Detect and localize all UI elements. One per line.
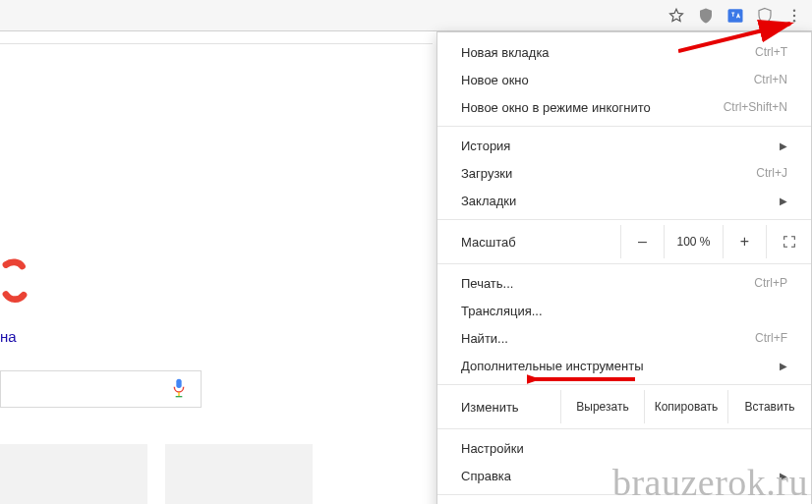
zoom-out-button[interactable]: – bbox=[620, 225, 664, 258]
menu-item-print[interactable]: Печать... Ctrl+P bbox=[437, 269, 811, 297]
chevron-right-icon: ▶ bbox=[780, 196, 787, 206]
menu-separator bbox=[437, 126, 811, 127]
menu-label: Закладки bbox=[461, 194, 780, 208]
menu-item-new-window[interactable]: Новое окно Ctrl+N bbox=[437, 66, 811, 93]
zoom-in-button[interactable]: + bbox=[723, 225, 766, 258]
menu-item-history[interactable]: История ▶ bbox=[437, 132, 811, 159]
menu-item-new-tab[interactable]: Новая вкладка Ctrl+T bbox=[437, 38, 811, 66]
browser-main-menu: Новая вкладка Ctrl+T Новое окно Ctrl+N Н… bbox=[436, 31, 812, 504]
copy-button[interactable]: Копировать bbox=[644, 390, 727, 423]
menu-label: Новое окно bbox=[461, 73, 754, 87]
menu-label: История bbox=[461, 139, 780, 153]
divider bbox=[0, 43, 433, 44]
svg-point-3 bbox=[793, 20, 795, 22]
svg-rect-5 bbox=[178, 392, 179, 396]
search-input[interactable] bbox=[0, 370, 202, 408]
menu-label: Новая вкладка bbox=[461, 45, 755, 60]
shield-outline-icon[interactable] bbox=[755, 6, 775, 26]
menu-item-edit: Изменить Вырезать Копировать Вставить bbox=[437, 390, 811, 423]
menu-label: Новое окно в режиме инкогнито bbox=[461, 100, 724, 115]
most-visited-tiles bbox=[0, 444, 313, 504]
menu-label: Дополнительные инструменты bbox=[461, 359, 780, 373]
svg-point-1 bbox=[793, 9, 795, 11]
edit-label: Изменить bbox=[437, 390, 560, 423]
menu-dots-icon[interactable] bbox=[784, 6, 804, 26]
shield-grey-icon[interactable] bbox=[696, 6, 716, 26]
zoom-value: 100 % bbox=[664, 225, 723, 258]
menu-item-downloads[interactable]: Загрузки Ctrl+J bbox=[437, 159, 811, 187]
tile[interactable] bbox=[0, 444, 147, 504]
menu-shortcut: Ctrl+J bbox=[756, 166, 787, 180]
microphone-icon[interactable] bbox=[171, 377, 187, 402]
translate-icon[interactable] bbox=[725, 6, 745, 26]
menu-separator bbox=[437, 428, 811, 429]
fullscreen-button[interactable] bbox=[766, 225, 811, 258]
svg-rect-0 bbox=[728, 9, 743, 23]
svg-rect-6 bbox=[176, 396, 183, 397]
menu-label: Настройки bbox=[461, 441, 787, 456]
page-caption: на bbox=[0, 328, 17, 345]
chevron-right-icon: ▶ bbox=[780, 140, 787, 151]
menu-shortcut: Ctrl+P bbox=[754, 276, 787, 290]
menu-separator bbox=[437, 263, 811, 264]
menu-item-cast[interactable]: Трансляция... bbox=[437, 297, 811, 324]
menu-label: Загрузки bbox=[461, 166, 756, 181]
menu-separator bbox=[437, 219, 811, 220]
browser-toolbar bbox=[0, 0, 812, 31]
menu-item-settings[interactable]: Настройки bbox=[437, 434, 811, 462]
menu-label: Найти... bbox=[461, 331, 755, 346]
menu-item-more-tools[interactable]: Дополнительные инструменты ▶ bbox=[437, 352, 811, 379]
svg-rect-4 bbox=[176, 378, 181, 387]
watermark: brauzerok.ru bbox=[612, 461, 808, 504]
cut-button[interactable]: Вырезать bbox=[560, 390, 644, 423]
menu-item-incognito[interactable]: Новое окно в режиме инкогнито Ctrl+Shift… bbox=[437, 93, 811, 121]
menu-label: Печать... bbox=[461, 276, 754, 291]
menu-item-bookmarks[interactable]: Закладки ▶ bbox=[437, 187, 811, 214]
menu-shortcut: Ctrl+N bbox=[754, 73, 787, 86]
menu-item-zoom: Масштаб – 100 % + bbox=[437, 225, 811, 258]
paste-button[interactable]: Вставить bbox=[727, 390, 811, 423]
svg-point-2 bbox=[793, 14, 795, 16]
menu-label: Трансляция... bbox=[461, 304, 787, 318]
menu-shortcut: Ctrl+Shift+N bbox=[724, 100, 787, 114]
menu-shortcut: Ctrl+F bbox=[755, 331, 787, 345]
chevron-right-icon: ▶ bbox=[780, 361, 787, 371]
zoom-label: Масштаб bbox=[437, 235, 620, 250]
google-logo-fragment bbox=[0, 257, 29, 319]
tile[interactable] bbox=[165, 444, 313, 504]
star-icon[interactable] bbox=[667, 6, 686, 26]
menu-item-find[interactable]: Найти... Ctrl+F bbox=[437, 324, 811, 352]
menu-shortcut: Ctrl+T bbox=[755, 45, 787, 59]
menu-separator bbox=[437, 384, 811, 385]
